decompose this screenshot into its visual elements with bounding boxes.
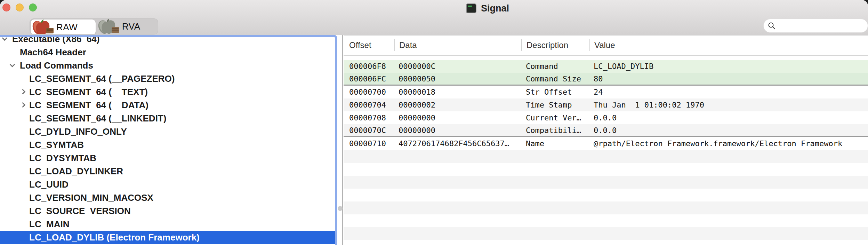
table-filler-row xyxy=(344,214,868,227)
cell-data: 0000000C xyxy=(394,62,521,71)
column-header-description[interactable]: Description xyxy=(521,39,589,51)
close-button[interactable] xyxy=(2,3,10,11)
sidebar-item-label: LC_SYMTAB xyxy=(29,140,84,150)
sidebar-item-label: LC_SOURCE_VERSION xyxy=(29,206,131,216)
sidebar-item-label: LC_UUID xyxy=(29,179,69,190)
cell-description: Time Stamp xyxy=(521,101,589,109)
table-filler-row xyxy=(344,189,868,201)
sidebar-item[interactable]: LC_SEGMENT_64 (__TEXT) xyxy=(0,85,335,98)
column-header-data[interactable]: Data xyxy=(394,39,521,51)
table-row[interactable]: 000006F80000000CCommandLC_LOAD_DYLIB xyxy=(344,60,868,73)
cell-description: Compatibili… xyxy=(521,126,589,135)
splitter-dimple-handle[interactable] xyxy=(338,206,343,211)
segment-rva[interactable]: RVA xyxy=(96,19,158,34)
cell-offset: 00000704 xyxy=(344,101,394,109)
cell-description: Str Offset xyxy=(521,88,589,96)
detail-table-pane: Offset Data Description Value 000006F800… xyxy=(344,35,868,245)
table-row[interactable]: 0000070000000018Str Offset24 xyxy=(344,86,868,98)
cell-description: Command Size xyxy=(521,74,589,83)
chevron-right-icon[interactable] xyxy=(20,102,26,108)
table-filler-row xyxy=(344,163,868,176)
cell-value: 0.0.0 xyxy=(589,113,868,122)
sidebar-item-label: LC_SEGMENT_64 (__DATA) xyxy=(29,100,148,111)
cell-data: 4072706174682F456C65637… xyxy=(394,139,521,148)
cell-offset: 000006FC xyxy=(344,74,394,83)
cell-value: Thu Jan 1 01:00:02 1970 xyxy=(589,101,868,109)
sidebar-item-label: Load Commands xyxy=(20,60,93,71)
sidebar-item[interactable]: LC_DYLD_INFO_ONLY xyxy=(0,125,335,138)
apple-red-icon xyxy=(31,19,56,34)
traffic-lights xyxy=(2,3,37,11)
cell-value: 0.0.0 xyxy=(589,126,868,135)
cell-value: @rpath/Electron Framework.framework/Elec… xyxy=(589,139,868,148)
segment-raw[interactable]: RAW xyxy=(31,19,96,34)
cell-data: 00000000 xyxy=(394,113,521,122)
title-bar: Signal RAW xyxy=(0,0,868,35)
table-filler-row xyxy=(344,227,868,240)
zoom-button[interactable] xyxy=(29,3,37,11)
sidebar-item[interactable]: LC_DYSYMTAB xyxy=(0,151,335,165)
cell-description: Command xyxy=(521,62,589,71)
segment-rva-label: RVA xyxy=(122,21,140,32)
sidebar-item[interactable]: Mach64 Header xyxy=(0,46,335,59)
minimize-button[interactable] xyxy=(16,3,24,11)
table-header-row: Offset Data Description Value xyxy=(344,35,868,56)
sidebar-item-label: LC_DYLD_INFO_ONLY xyxy=(29,126,127,137)
apple-gray-icon xyxy=(96,19,122,34)
cell-description: Name xyxy=(521,139,589,148)
structure-outline-pane: Executable (X86_64)Mach64 HeaderLoad Com… xyxy=(0,35,337,245)
raw-rva-segmented-control: RAW RVA xyxy=(30,18,158,34)
table-filler-row xyxy=(344,176,868,189)
sidebar-item[interactable]: LC_UUID xyxy=(0,178,335,191)
table-row[interactable]: 0000070400000002Time StampThu Jan 1 01:0… xyxy=(344,98,868,111)
table-body: 000006F80000000CCommandLC_LOAD_DYLIB0000… xyxy=(344,60,868,245)
table-row[interactable]: 000006FC00000050Command Size80 xyxy=(344,73,868,86)
sidebar-item[interactable]: LC_LOAD_DYLIB (Electron Framework) xyxy=(0,231,335,244)
table-filler-row xyxy=(344,150,868,163)
sidebar-item[interactable]: Executable (X86_64) xyxy=(0,35,335,46)
sidebar-item[interactable]: LC_VERSION_MIN_MACOSX xyxy=(0,191,335,204)
sidebar-item-label: LC_MAIN xyxy=(29,219,70,230)
pane-splitter[interactable] xyxy=(337,35,343,245)
cell-offset: 00000708 xyxy=(344,113,394,122)
table-filler-row xyxy=(344,201,868,214)
cell-offset: 000006F8 xyxy=(344,62,394,71)
cell-value: 80 xyxy=(589,74,868,83)
table-row[interactable]: 000007104072706174682F456C65637…Name@rpa… xyxy=(344,137,868,150)
column-header-value[interactable]: Value xyxy=(589,39,868,51)
sidebar-item-label: LC_SEGMENT_64 (__TEXT) xyxy=(29,87,148,97)
chevron-down-icon[interactable] xyxy=(10,62,15,68)
sidebar-item[interactable]: LC_LOAD_DYLINKER xyxy=(0,165,335,178)
table-row[interactable]: 0000070C00000000Compatibili…0.0.0 xyxy=(344,124,868,137)
terminal-app-icon xyxy=(466,3,476,13)
search-input[interactable] xyxy=(776,21,868,31)
sidebar-item[interactable]: LC_MAIN xyxy=(0,218,335,231)
window-title: Signal xyxy=(481,3,509,14)
table-row[interactable]: 0000070800000000Current Ver…0.0.0 xyxy=(344,111,868,124)
column-header-offset[interactable]: Offset xyxy=(344,39,394,51)
sidebar-item-label: Executable (X86_64) xyxy=(12,35,99,45)
sidebar-item[interactable]: Load Commands xyxy=(0,59,335,72)
toolbar-search-field[interactable] xyxy=(763,19,868,33)
segment-raw-label: RAW xyxy=(56,22,78,33)
sidebar-item-label: Mach64 Header xyxy=(20,47,86,58)
sidebar-item[interactable]: LC_SEGMENT_64 (__PAGEZERO) xyxy=(0,72,335,85)
chevron-right-icon[interactable] xyxy=(20,89,26,95)
cell-data: 00000050 xyxy=(394,74,521,83)
sidebar-item-label: LC_LOAD_DYLINKER xyxy=(29,166,123,177)
cell-description: Current Ver… xyxy=(521,113,589,122)
sidebar-item[interactable]: LC_SOURCE_VERSION xyxy=(0,204,335,218)
sidebar-item-label: LC_VERSION_MIN_MACOSX xyxy=(29,192,153,203)
machoview-window: Signal RAW xyxy=(0,0,868,245)
sidebar-item[interactable]: LC_SEGMENT_64 (__LINKEDIT) xyxy=(0,112,335,125)
sidebar-item-label: LC_LOAD_DYLIB (Electron Framework) xyxy=(29,232,200,243)
cell-offset: 00000710 xyxy=(344,139,394,148)
sidebar-item[interactable]: LC_SYMTAB xyxy=(0,138,335,151)
sidebar-item[interactable]: LC_SEGMENT_64 (__DATA) xyxy=(0,98,335,112)
cell-offset: 0000070C xyxy=(344,126,394,135)
sidebar-item-label: LC_SEGMENT_64 (__PAGEZERO) xyxy=(29,73,175,84)
chevron-down-icon[interactable] xyxy=(2,35,8,41)
sidebar-item-label: LC_SEGMENT_64 (__LINKEDIT) xyxy=(29,113,166,124)
search-icon xyxy=(767,22,776,30)
sidebar-item-label: LC_DYSYMTAB xyxy=(29,153,96,164)
